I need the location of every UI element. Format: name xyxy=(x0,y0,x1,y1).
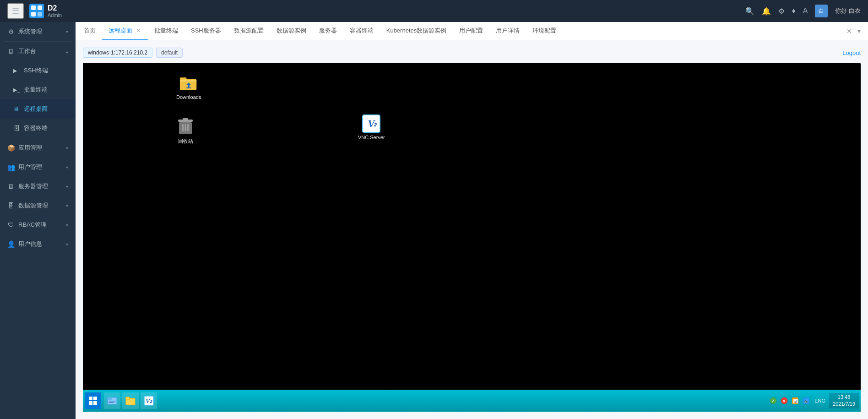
sidebar-label-ssh: SSH终端 xyxy=(24,66,48,75)
clock-time: 13:48 xyxy=(833,394,855,401)
clock-date: 2021/7/19 xyxy=(833,401,855,408)
diamond-icon[interactable]: ♦ xyxy=(792,7,796,15)
tab-server-label: 服务器 xyxy=(319,27,337,35)
recycle-bin-icon xyxy=(176,118,195,136)
sidebar-label-system-management: 系统管理 xyxy=(18,27,42,36)
taskbar-clock: 13:48 2021/7/19 xyxy=(829,393,859,409)
tray-icon-3[interactable]: 📊 xyxy=(791,396,800,405)
tab-datasource-config[interactable]: 数据源配置 xyxy=(228,22,270,40)
sidebar-item-batch-terminal[interactable]: ▶_ 批量终端 xyxy=(0,80,76,99)
search-icon[interactable]: 🔍 xyxy=(745,7,754,16)
tab-user-detail[interactable]: 用户详情 xyxy=(489,22,526,40)
tray-language: ENG xyxy=(814,398,825,403)
tray-icon-4[interactable]: 🔊 xyxy=(802,396,811,405)
svg-rect-1 xyxy=(31,5,36,10)
desktop-container: Downloads xyxy=(83,63,861,412)
header-right: 🔍 🔔 ⚙ ♦ A 白 你好 白衣 xyxy=(745,5,861,17)
connection-bar: windows-1:172.16.210.2 default Logout xyxy=(83,48,861,58)
tab-home[interactable]: 首页 xyxy=(77,22,102,40)
svg-rect-28 xyxy=(126,397,130,399)
tab-remote-desktop[interactable]: 远程桌面 ✕ xyxy=(102,22,148,40)
chevron-down-icon-2: ▾ xyxy=(66,146,68,151)
header-left: ☰ D2 Admin xyxy=(7,3,62,19)
svg-rect-26 xyxy=(108,402,114,403)
settings-icon[interactable]: ⚙ xyxy=(778,7,785,16)
chevron-up-icon: ▴ xyxy=(66,49,68,54)
sidebar-label-remote-desktop: 远程桌面 xyxy=(24,105,48,113)
desktop-icon-vnc[interactable]: V ₂ VNC Server xyxy=(356,113,387,142)
start-button[interactable] xyxy=(85,392,101,409)
terminal-icon-ssh: ▶_ xyxy=(13,68,20,74)
datasource-icon: 🗄 xyxy=(7,202,15,209)
sidebar-label-user-info: 用户信息 xyxy=(18,240,42,248)
remote-desktop-page: windows-1:172.16.210.2 default Logout xyxy=(76,40,868,419)
svg-rect-20 xyxy=(93,397,97,400)
taskbar-folder[interactable] xyxy=(122,392,139,409)
desktop-icon-downloads[interactable]: Downloads xyxy=(174,72,203,102)
user-greeting: 你好 白衣 xyxy=(835,7,861,15)
tab-server[interactable]: 服务器 xyxy=(313,22,343,40)
svg-rect-13 xyxy=(182,124,184,131)
tab-user-config[interactable]: 用户配置 xyxy=(453,22,489,40)
logout-button[interactable]: Logout xyxy=(842,49,861,56)
tray-icon-2[interactable]: ✕ xyxy=(780,396,789,405)
taskbar-file-explorer[interactable] xyxy=(104,392,120,409)
bell-icon[interactable]: 🔔 xyxy=(762,7,771,16)
sidebar-label-batch: 批量终端 xyxy=(24,86,48,94)
svg-rect-21 xyxy=(89,401,92,405)
user-info-icon: 👤 xyxy=(7,240,15,248)
sidebar-item-ssh[interactable]: ▶_ SSH终端 xyxy=(0,61,76,80)
svg-text:✓: ✓ xyxy=(771,399,775,403)
tab-env-config[interactable]: 环境配置 xyxy=(526,22,563,40)
monitor-icon: 🖥 xyxy=(7,48,15,55)
users-icon: 👥 xyxy=(7,163,15,171)
tab-env-config-label: 环境配置 xyxy=(532,27,556,35)
tab-remote-desktop-label: 远程桌面 xyxy=(108,27,132,35)
tab-container-terminal[interactable]: 容器终端 xyxy=(343,22,380,40)
sidebar-item-user-management[interactable]: 👥 用户管理 ▾ xyxy=(0,158,76,177)
taskbar-vnc[interactable]: V₂ xyxy=(141,392,157,409)
tray-icon-1[interactable]: ✓ xyxy=(769,396,778,405)
default-badge: default xyxy=(156,48,183,58)
tab-expand-button[interactable]: ▾ xyxy=(856,27,863,36)
tab-batch-terminal-label: 批量终端 xyxy=(154,27,178,35)
svg-rect-15 xyxy=(187,124,189,131)
svg-text:🔊: 🔊 xyxy=(804,399,808,403)
svg-rect-24 xyxy=(108,397,112,400)
svg-rect-4 xyxy=(38,12,42,16)
tab-close-remote-desktop[interactable]: ✕ xyxy=(135,27,141,34)
chevron-down-icon-5: ▾ xyxy=(66,203,68,208)
sidebar-item-app-management[interactable]: 📦 应用管理 ▾ xyxy=(0,138,76,158)
main-layout: ⚙ 系统管理 ▾ 🖥 工作台 ▴ ▶_ SSH终端 ▶_ 批量终端 xyxy=(0,22,868,419)
tab-close-all-button[interactable]: ✕ xyxy=(845,27,854,36)
chevron-down-icon: ▾ xyxy=(66,29,68,34)
container-icon: 🗄 xyxy=(13,125,20,132)
downloads-folder-icon xyxy=(179,74,198,93)
desktop-icon-recycle[interactable]: 回收站 xyxy=(174,116,196,147)
tab-ssh-server[interactable]: SSH服务器 xyxy=(184,22,228,40)
sidebar-label-datasource: 数据源管理 xyxy=(18,201,48,210)
hamburger-button[interactable]: ☰ xyxy=(7,3,24,19)
sidebar-item-datasource-management[interactable]: 🗄 数据源管理 ▾ xyxy=(0,196,76,215)
svg-rect-7 xyxy=(180,80,196,82)
taskbar-tray: ✓ ✕ xyxy=(769,396,825,405)
sidebar-item-remote-desktop[interactable]: 🖥 远程桌面 xyxy=(0,99,76,119)
tab-k8s-datasource[interactable]: Kubernetes数据源实例 xyxy=(380,22,453,40)
sidebar-item-system-management[interactable]: ⚙ 系统管理 ▾ xyxy=(0,22,76,41)
tab-datasource-instance[interactable]: 数据源实例 xyxy=(270,22,313,40)
chevron-down-icon-3: ▾ xyxy=(66,165,68,170)
svg-rect-14 xyxy=(185,124,186,131)
sidebar-item-user-info[interactable]: 👤 用户信息 ▾ xyxy=(0,234,76,254)
sidebar-label-workbench: 工作台 xyxy=(18,47,36,55)
svg-rect-22 xyxy=(93,401,97,405)
tab-user-detail-label: 用户详情 xyxy=(496,27,520,35)
sidebar-item-container-terminal[interactable]: 🗄 容器终端 xyxy=(0,119,76,138)
user-icon[interactable]: A xyxy=(803,7,808,15)
sidebar-item-workbench[interactable]: 🖥 工作台 ▴ xyxy=(0,42,76,61)
sidebar-label-app: 应用管理 xyxy=(18,144,42,152)
sidebar-item-server-management[interactable]: 🖥 服务器管理 ▾ xyxy=(0,177,76,196)
tab-bar-end: ✕ ▾ xyxy=(845,27,866,36)
downloads-label: Downloads xyxy=(176,94,201,100)
sidebar-item-rbac[interactable]: 🛡 RBAC管理 ▾ xyxy=(0,215,76,234)
tab-batch-terminal[interactable]: 批量终端 xyxy=(148,22,184,40)
